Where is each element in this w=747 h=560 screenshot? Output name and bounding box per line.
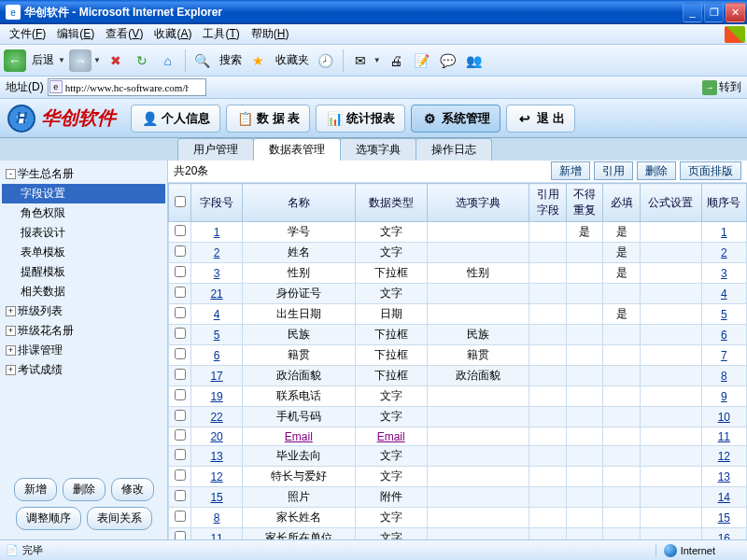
menu-item[interactable]: 帮助(H) xyxy=(246,24,295,44)
maximize-button[interactable]: ❐ xyxy=(704,3,724,22)
minimize-button[interactable]: _ xyxy=(683,3,702,22)
mail-icon[interactable]: ✉ xyxy=(349,49,372,72)
browser-toolbar: ← 后退 ▼ → ▼ ✖ ↻ ⌂ 🔍 搜索 ★ 收藏夹 🕗 ✉ ▼ 🖨 📝 💬 … xyxy=(0,45,747,77)
history-icon[interactable]: 🕗 xyxy=(315,49,337,72)
discuss-icon[interactable]: 💬 xyxy=(437,49,459,72)
back-button[interactable]: ← xyxy=(4,49,26,72)
window-titlebar: e 华创软件 - Microsoft Internet Explorer _ ❐… xyxy=(0,0,747,24)
forward-button[interactable]: → xyxy=(69,49,92,72)
search-label[interactable]: 搜索 xyxy=(218,52,244,68)
menu-item[interactable]: 查看(V) xyxy=(100,24,148,44)
edit-icon[interactable]: 📝 xyxy=(411,49,433,72)
messenger-icon[interactable]: 👥 xyxy=(463,49,486,72)
print-icon[interactable]: 🖨 xyxy=(385,49,407,72)
address-input[interactable] xyxy=(48,78,206,96)
favorites-icon[interactable]: ★ xyxy=(247,49,270,72)
menu-item[interactable]: 编辑(E) xyxy=(51,24,100,44)
mail-dropdown-icon[interactable]: ▼ xyxy=(374,56,381,64)
back-dropdown-icon[interactable]: ▼ xyxy=(58,56,65,64)
favorites-label[interactable]: 收藏夹 xyxy=(274,52,311,68)
ie-logo xyxy=(725,26,745,43)
menu-item[interactable]: 文件(F) xyxy=(4,24,51,44)
close-button[interactable]: ✕ xyxy=(726,3,745,22)
menu-item[interactable]: 收藏(A) xyxy=(148,24,197,44)
stop-button[interactable]: ✖ xyxy=(105,49,127,72)
page-favicon: e xyxy=(49,80,63,93)
go-label: 转到 xyxy=(719,79,741,95)
address-label: 地址(D) xyxy=(6,79,44,95)
app-icon: e xyxy=(6,5,21,20)
menu-item[interactable]: 工具(T) xyxy=(197,24,245,44)
forward-dropdown-icon[interactable]: ▼ xyxy=(93,56,101,64)
address-bar: 地址(D) e → 转到 xyxy=(0,77,747,99)
menubar: 文件(F)编辑(E)查看(V)收藏(A)工具(T)帮助(H) xyxy=(0,24,747,45)
home-button[interactable]: ⌂ xyxy=(157,49,179,72)
go-button[interactable]: → 转到 xyxy=(702,79,741,95)
go-icon: → xyxy=(702,80,717,95)
back-label: 后退 xyxy=(30,52,56,68)
refresh-button[interactable]: ↻ xyxy=(131,49,153,72)
search-icon[interactable]: 🔍 xyxy=(191,49,214,72)
window-title: 华创软件 - Microsoft Internet Explorer xyxy=(24,5,683,21)
